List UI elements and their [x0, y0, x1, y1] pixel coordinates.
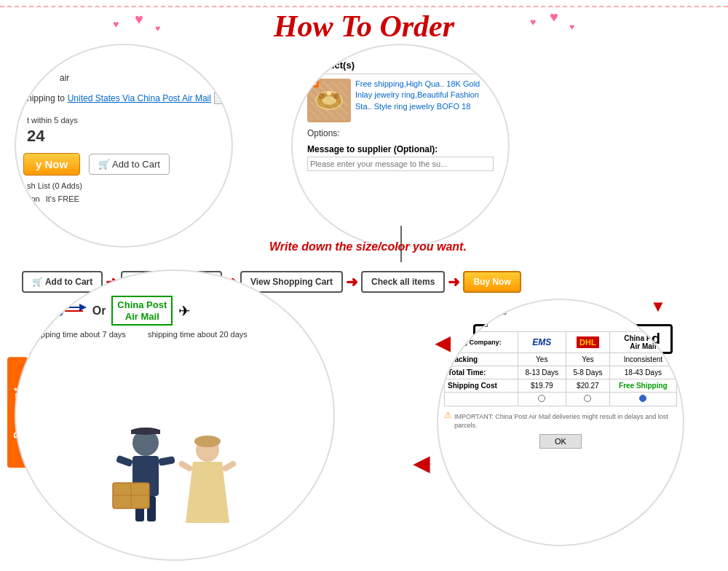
shipping-time-row: shipping time about 7 days shipping time…: [31, 330, 326, 339]
shipping-cost-label: Shipping Cost: [445, 379, 518, 393]
product-badge: 99: [307, 79, 319, 87]
svg-rect-15: [116, 455, 133, 468]
svg-point-2: [322, 96, 336, 105]
tl-protection-label: tion: [27, 194, 40, 203]
write-down-text: Write down the size/color you want.: [269, 240, 467, 253]
dhl-time: 5-8 Days: [566, 366, 610, 379]
buy-now-flow-button[interactable]: Buy Now: [463, 271, 521, 293]
heart-icon-5: ♥: [550, 9, 558, 25]
total-time-row: Total Time: 8-13 Days 5-8 Days 18-43 Day…: [445, 366, 677, 379]
tl-free-label: It's FREE: [46, 194, 79, 203]
tl-within: t within 5 days: [27, 114, 78, 125]
svg-rect-16: [158, 456, 175, 466]
us-flag-icon: [444, 308, 456, 315]
svg-point-4: [333, 93, 339, 99]
ok-button[interactable]: OK: [539, 434, 582, 449]
svg-point-5: [327, 91, 331, 95]
tl-wish-label: sh List (0 Adds): [27, 181, 82, 190]
top-left-circle: air hipping to United States Via China P…: [15, 44, 233, 248]
cart-icon: 🛒: [98, 159, 110, 170]
col-dhl-header: DHL: [566, 332, 610, 353]
dhl-radio-cell[interactable]: [566, 393, 610, 406]
tl-shipping-label: hipping to: [27, 93, 65, 103]
ems-icon: [65, 304, 87, 318]
heart-icon-4: ♥: [530, 16, 536, 28]
chinapost-radio[interactable]: [639, 395, 646, 402]
ems-cost: $19.79: [518, 379, 566, 393]
tl-protection-row: tion It's FREE: [27, 194, 79, 203]
tl-shipping-row: hipping to United States Via China Post …: [27, 92, 229, 104]
chinapost-shipping-time: shipping time about 20 days: [148, 330, 248, 339]
plane-icon: ✈: [178, 302, 191, 320]
svg-point-21: [194, 436, 221, 447]
dhl-radio[interactable]: [584, 395, 591, 402]
chinapost-cost: Free Shipping: [609, 379, 676, 393]
ems-text: EMS: [31, 302, 63, 320]
product-image: 99: [307, 79, 351, 122]
tl-dropdown[interactable]: ▼: [214, 92, 229, 104]
shipping-cost-row: Shipping Cost $19.79 $20.27 Free Shippin…: [445, 379, 677, 393]
heart-icon-3: ♥: [155, 23, 160, 34]
ems-shipping-time: shipping time about 7 days: [31, 330, 126, 339]
heart-icon-6: ♥: [569, 22, 574, 32]
tl-within-label: t within 5 days: [27, 116, 78, 125]
tr-options-label: Options:: [307, 128, 494, 138]
total-time-label: Total Time:: [445, 366, 518, 379]
heart-icon-1: ♥: [113, 18, 119, 30]
left-arrow-choose-icon: ◀: [435, 332, 450, 355]
tracking-row: Tracking Yes Yes Inconsistent: [445, 353, 677, 366]
mid-left-arrow-icon: ◀: [414, 452, 430, 476]
shipping-table: ipping Company: EMS DHL China PostAir Ma…: [444, 331, 677, 406]
down-arrow-icon: ▼: [650, 297, 666, 316]
ems-tracking: Yes: [518, 353, 566, 366]
tl-air-label: air: [60, 73, 69, 83]
tl-price-row: 24: [27, 127, 44, 146]
ems-radio[interactable]: [538, 395, 545, 402]
svg-rect-11: [131, 430, 160, 434]
svg-point-1: [316, 92, 342, 109]
svg-rect-0: [307, 79, 351, 122]
radio-row: [445, 393, 677, 406]
add-to-cart-button[interactable]: 🛒 Add to Cart: [89, 154, 170, 175]
svg-marker-8: [79, 304, 87, 311]
radio-label-cell: [445, 393, 518, 406]
or-label: Or: [92, 304, 106, 318]
china-post-logo: China Post Air Mail: [111, 296, 173, 326]
check-all-items-button[interactable]: Check all items: [361, 271, 445, 293]
chinapost-tracking: Inconsistent: [609, 353, 676, 366]
chinapost-radio-cell[interactable]: [609, 393, 676, 406]
tr-product-row: 99 Free shipping,High Qua.. 18K Gold Inl…: [307, 79, 494, 122]
dhl-tracking: Yes: [566, 353, 610, 366]
add-cart-label: Add to Cart: [112, 159, 160, 170]
svg-point-3: [319, 93, 325, 99]
tr-products-header: Product(s): [307, 60, 494, 74]
ems-radio-cell[interactable]: [518, 393, 566, 406]
arrow-3: ➜: [346, 273, 358, 291]
ems-header-text: EMS: [532, 337, 551, 347]
arrow-4: ➜: [448, 273, 460, 291]
tl-price: 24: [27, 127, 44, 145]
tl-wish-row: sh List (0 Adds): [27, 180, 82, 191]
free-shipping-text: Free Shipping: [619, 382, 668, 390]
tr-message-label: Message to supplier (Optional):: [307, 144, 494, 154]
tracking-label: Tracking: [445, 353, 518, 366]
country-label: United States: [459, 307, 507, 316]
chinapost-time: 18-43 Days: [609, 366, 676, 379]
important-text: IMPORTANT: China Post Air Mail deliverie…: [454, 413, 677, 430]
bottom-left-circle: EMS Or China Post Air Mail ✈ shipping ti…: [15, 269, 335, 561]
heart-icon-2: ♥: [135, 11, 143, 28]
svg-rect-22: [178, 460, 193, 473]
china-post-line2: Air Mail: [117, 311, 167, 323]
tl-shipping-link[interactable]: United States Via China Post Air Mail: [68, 93, 211, 103]
country-row: United States: [444, 307, 677, 316]
table-header-row: ipping Company: EMS DHL China PostAir Ma…: [445, 332, 677, 353]
ems-logo: EMS: [31, 302, 87, 320]
warning-icon: ⚠: [444, 410, 452, 420]
message-input[interactable]: [307, 157, 494, 171]
col-ems-header: EMS: [518, 332, 566, 353]
shipping-options-row: EMS Or China Post Air Mail ✈: [31, 296, 326, 326]
buy-now-button[interactable]: y Now: [23, 153, 80, 176]
delivery-svg: [95, 421, 255, 537]
svg-rect-23: [221, 460, 237, 473]
page-title: How To Order: [274, 9, 454, 44]
